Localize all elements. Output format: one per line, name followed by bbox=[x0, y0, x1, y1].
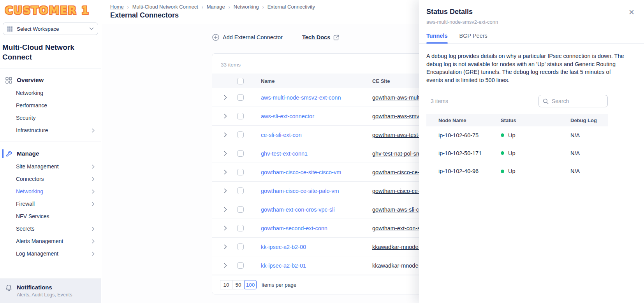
sidebar-section-overview[interactable]: Overview bbox=[0, 74, 101, 87]
expand-row-icon[interactable] bbox=[224, 151, 237, 156]
workspace-selector[interactable]: Select Workspace bbox=[3, 23, 98, 35]
connector-name-link[interactable]: ce-sli-sli-ext-con bbox=[261, 132, 372, 138]
overview-subitems: Networking Performance Security bbox=[0, 87, 101, 137]
row-checkbox[interactable] bbox=[237, 187, 244, 194]
sidebar-subitem[interactable]: Infrastructure bbox=[0, 124, 101, 137]
node-name-value: ip-10-102-60-75 bbox=[438, 132, 501, 138]
panel-tab[interactable]: BGP Peers bbox=[459, 33, 487, 43]
row-checkbox[interactable] bbox=[237, 131, 244, 138]
sidebar-subitem[interactable]: Log Management bbox=[0, 247, 101, 260]
search-input-wrapper bbox=[538, 95, 608, 107]
expand-row-icon[interactable] bbox=[224, 170, 237, 175]
connector-name-link[interactable]: aws-sli-ext-connector bbox=[261, 113, 372, 119]
panel-tabs: Tunnels BGP Peers bbox=[419, 33, 644, 44]
plus-circle-icon bbox=[212, 34, 219, 41]
connector-name-link[interactable]: ghv-test-ext-conn1 bbox=[261, 151, 372, 157]
sidebar-subitem-label: Alerts Management bbox=[16, 238, 63, 244]
sidebar-subitem[interactable]: Security bbox=[0, 112, 101, 124]
expand-row-icon[interactable] bbox=[224, 226, 237, 231]
debug-log-description: A debug log provides details on why a pa… bbox=[426, 52, 627, 84]
expand-row-icon[interactable] bbox=[224, 188, 237, 193]
row-checkbox[interactable] bbox=[237, 150, 244, 157]
tech-docs-link[interactable]: Tech Docs bbox=[302, 34, 339, 40]
row-checkbox[interactable] bbox=[237, 169, 244, 175]
notifications-label: Notifications bbox=[17, 284, 72, 291]
panel-tab[interactable]: Tunnels bbox=[426, 33, 448, 43]
expand-row-icon[interactable] bbox=[224, 95, 237, 100]
sidebar-subitem-label: Site Management bbox=[16, 163, 59, 170]
sidebar-subitem-label: Connectors bbox=[16, 176, 44, 182]
sidebar-subitem[interactable]: Alerts Management bbox=[0, 235, 101, 247]
breadcrumb-item[interactable]: Home bbox=[110, 4, 124, 10]
status-value: Up bbox=[508, 168, 516, 174]
debug-log-value: N/A bbox=[570, 132, 608, 138]
tunnels-table-header: Node Name Status Debug Log bbox=[426, 114, 608, 126]
tech-docs-label: Tech Docs bbox=[302, 34, 330, 40]
panel-subtitle: aws-multi-node-smsv2-ext-conn bbox=[426, 19, 635, 25]
row-checkbox[interactable] bbox=[237, 94, 244, 101]
breadcrumb-item[interactable]: Multi-Cloud Network Connect bbox=[132, 4, 198, 10]
sidebar-subitem[interactable]: Networking bbox=[0, 87, 101, 99]
row-checkbox[interactable] bbox=[237, 206, 244, 213]
breadcrumb-separator-icon: › bbox=[127, 4, 129, 10]
row-checkbox[interactable] bbox=[237, 113, 244, 119]
sidebar-section-label: Overview bbox=[17, 77, 44, 84]
manage-subitems: Site Management Connectors Networking bbox=[0, 160, 101, 260]
tunnels-table: Node Name Status Debug Log ip-10-102-60-… bbox=[426, 114, 608, 180]
breadcrumb-item[interactable]: Networking bbox=[234, 4, 259, 10]
sidebar-subitem-label: Infrastructure bbox=[16, 127, 48, 133]
sidebar-subitem[interactable]: NFV Services bbox=[0, 210, 101, 222]
notifications-section[interactable]: Notifications Alerts, Audit Logs, Events bbox=[0, 278, 101, 303]
breadcrumb-item[interactable]: External Connectivity bbox=[267, 4, 315, 10]
column-header-debug-log: Debug Log bbox=[570, 117, 608, 123]
debug-log-value: N/A bbox=[570, 168, 608, 174]
expand-row-icon[interactable] bbox=[224, 207, 237, 212]
chevron-right-icon bbox=[92, 128, 95, 133]
sidebar-subitem[interactable]: Networking bbox=[0, 185, 101, 198]
column-header-name: Name bbox=[261, 78, 372, 84]
page-size-option[interactable]: 100 bbox=[244, 280, 257, 289]
page-size-option[interactable]: 10 bbox=[220, 280, 232, 289]
expand-row-icon[interactable] bbox=[224, 244, 237, 249]
chevron-right-icon bbox=[92, 189, 95, 194]
expand-row-icon[interactable] bbox=[224, 114, 237, 119]
row-checkbox[interactable] bbox=[237, 225, 244, 231]
connector-name-link[interactable]: kk-ipsec-a2-b2-01 bbox=[261, 263, 372, 269]
chevron-right-icon bbox=[92, 227, 95, 231]
status-up-dot-icon bbox=[501, 133, 504, 137]
customer-logo: CUSTOMER 1 bbox=[5, 4, 101, 16]
connector-name-link[interactable]: kk-ipsec-a2-b2-00 bbox=[261, 244, 372, 250]
connector-name-link[interactable]: gowtham-cisco-ce-site-cisco-vm bbox=[261, 169, 372, 175]
search-input[interactable] bbox=[552, 98, 598, 104]
sidebar-subitem-label: Log Management bbox=[16, 250, 58, 257]
sidebar-subitem[interactable]: Performance bbox=[0, 99, 101, 112]
status-details-panel: Status Details ✕ aws-multi-node-smsv2-ex… bbox=[419, 0, 644, 303]
row-checkbox[interactable] bbox=[237, 262, 244, 269]
expand-row-icon[interactable] bbox=[224, 263, 237, 268]
sidebar-subitem[interactable]: Firewall bbox=[0, 198, 101, 210]
add-external-connector-button[interactable]: Add External Connector bbox=[212, 34, 283, 41]
tunnel-row: ip-10-102-40-96 Up N/A bbox=[426, 162, 608, 180]
overview-grid-icon bbox=[5, 77, 12, 84]
sidebar-subitem[interactable]: Site Management bbox=[0, 160, 101, 173]
bell-icon bbox=[5, 284, 12, 291]
connector-name-link[interactable]: gowtham-ext-con-cros-vpc-sli bbox=[261, 207, 372, 213]
grid-dots-icon bbox=[7, 26, 13, 32]
connector-name-link[interactable]: aws-multi-node-smsv2-ext-conn bbox=[261, 95, 372, 101]
sidebar-subitem-label: Networking bbox=[16, 90, 43, 96]
node-name-value: ip-10-102-40-96 bbox=[438, 168, 501, 174]
row-checkbox[interactable] bbox=[237, 243, 244, 250]
select-all-checkbox[interactable] bbox=[237, 78, 244, 84]
breadcrumb-item[interactable]: Manage bbox=[207, 4, 225, 10]
chevron-right-icon bbox=[92, 239, 95, 243]
expand-row-icon[interactable] bbox=[224, 132, 237, 137]
close-icon[interactable]: ✕ bbox=[628, 9, 635, 16]
sidebar-subitem[interactable]: Secrets bbox=[0, 222, 101, 235]
connector-name-link[interactable]: gowtham-cisco-ce-site-palo-vm bbox=[261, 188, 372, 194]
connector-name-link[interactable]: gowtham-second-ext-conn bbox=[261, 225, 372, 231]
sidebar-subitem-label: Networking bbox=[16, 188, 43, 194]
search-icon bbox=[543, 98, 549, 104]
sidebar-section-manage[interactable]: Manage bbox=[0, 147, 101, 160]
page-size-option[interactable]: 50 bbox=[232, 280, 245, 289]
sidebar-subitem[interactable]: Connectors bbox=[0, 173, 101, 185]
